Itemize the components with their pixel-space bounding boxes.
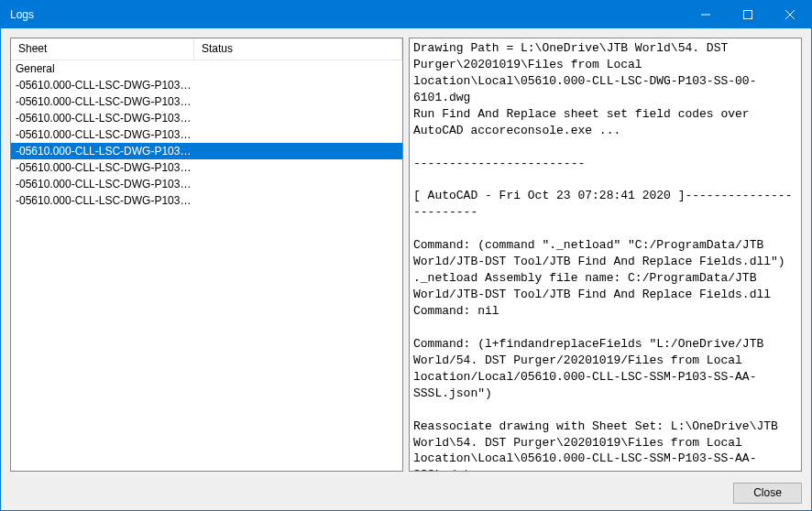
cell-sheet: -05610.000-CLL-LSC-DWG-P103-SS-0...: [13, 128, 196, 141]
table-row[interactable]: -05610.000-CLL-LSC-DWG-P103-SS-0...: [11, 159, 402, 176]
table-row[interactable]: -05610.000-CLL-LSC-DWG-P103-SS-0...: [11, 77, 402, 93]
table-row[interactable]: -05610.000-CLL-LSC-DWG-P103-SS-0...: [11, 192, 402, 209]
cell-sheet: -05610.000-CLL-LSC-DWG-P103-SS-0...: [13, 161, 196, 174]
log-panel: [409, 38, 802, 472]
window-title: Logs: [1, 8, 685, 21]
cell-sheet: -05610.000-CLL-LSC-DWG-P103-SS-0...: [13, 145, 196, 158]
cell-sheet: -05610.000-CLL-LSC-DWG-P103-SS-0...: [13, 95, 196, 108]
maximize-icon: [743, 10, 752, 19]
minimize-button[interactable]: [685, 1, 727, 28]
cell-sheet: -05610.000-CLL-LSC-DWG-P103-SS-0...: [13, 178, 196, 190]
table-row[interactable]: -05610.000-CLL-LSC-DWG-P103-SS-0...: [11, 176, 402, 192]
column-header-status[interactable]: Status: [194, 38, 402, 60]
content-area: Sheet Status General -05610.000-CLL-LSC-…: [1, 28, 811, 481]
sheet-list-panel: Sheet Status General -05610.000-CLL-LSC-…: [10, 38, 403, 472]
svg-rect-0: [744, 11, 752, 19]
close-icon: [785, 10, 795, 19]
minimize-icon: [701, 10, 710, 19]
cell-sheet: -05610.000-CLL-LSC-DWG-P103-SS-0...: [13, 194, 196, 207]
table-row[interactable]: -05610.000-CLL-LSC-DWG-P103-SS-0...: [11, 93, 402, 110]
logs-window: Logs Sheet Status General: [0, 0, 812, 511]
table-body[interactable]: General -05610.000-CLL-LSC-DWG-P103-SS-0…: [11, 60, 402, 471]
titlebar: Logs: [1, 1, 811, 28]
close-window-button[interactable]: [769, 1, 811, 28]
table-row[interactable]: -05610.000-CLL-LSC-DWG-P103-SS-0...: [11, 143, 402, 159]
maximize-button[interactable]: [727, 1, 769, 28]
window-controls: [685, 1, 811, 28]
column-header-sheet[interactable]: Sheet: [11, 38, 194, 60]
log-output[interactable]: [410, 38, 801, 471]
table-header: Sheet Status: [11, 38, 402, 60]
close-button[interactable]: Close: [733, 483, 802, 504]
group-row[interactable]: General: [11, 60, 402, 77]
cell-sheet: -05610.000-CLL-LSC-DWG-P103-SS-0...: [13, 79, 196, 92]
table-row[interactable]: -05610.000-CLL-LSC-DWG-P103-SS-0...: [11, 110, 402, 126]
group-label: General: [13, 62, 196, 75]
cell-sheet: -05610.000-CLL-LSC-DWG-P103-SS-0...: [13, 112, 196, 125]
footer: Close: [1, 481, 811, 510]
table-row[interactable]: -05610.000-CLL-LSC-DWG-P103-SS-0...: [11, 126, 402, 143]
